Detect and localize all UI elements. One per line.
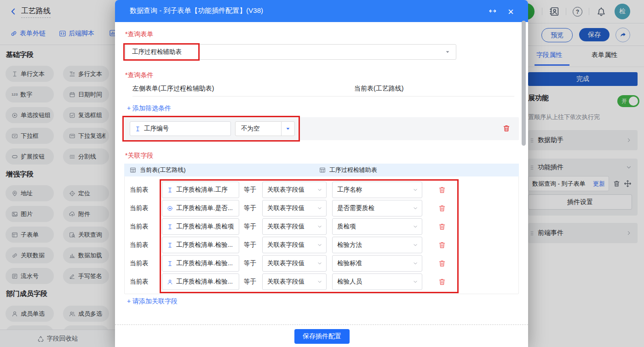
value-type-select[interactable]: 关联表字段值	[262, 200, 327, 216]
expand-width-icon[interactable]	[489, 7, 497, 15]
relation-source-field[interactable]: 工序质检清单.质检项	[162, 218, 239, 235]
target-field-select[interactable]: 检验标准	[332, 255, 422, 272]
relation-right-table: 工序过程检辅助表	[329, 166, 377, 174]
chevron-down-icon	[317, 279, 322, 284]
add-relation-link[interactable]: + 请添加关联字段	[127, 297, 178, 306]
target-field-value: 质检项	[337, 222, 356, 231]
chevron-down-icon	[413, 187, 418, 193]
row-delete-icon[interactable]	[438, 278, 446, 286]
i-cursor-icon	[167, 224, 173, 230]
person-icon	[167, 279, 173, 285]
chevron-down-icon	[413, 205, 418, 211]
chevron-down-icon	[317, 187, 322, 193]
target-field-value: 工序名称	[337, 186, 362, 194]
row-delete-icon[interactable]	[438, 241, 446, 249]
row-prefix: 当前表	[130, 259, 149, 267]
caret-down-icon	[445, 49, 450, 55]
relation-left-table: 当前表(工艺路线)	[140, 166, 186, 174]
equals-label: 等于	[244, 241, 256, 249]
modal-title: 数据查询 - 到子表单【功能插件配置】(V38)	[130, 6, 263, 15]
chevron-down-icon	[413, 224, 418, 229]
source-field-value: 工序质检清单.检验...	[176, 241, 233, 249]
value-type: 关联表字段值	[267, 259, 305, 267]
row-delete-icon[interactable]	[438, 259, 446, 267]
target-field-select[interactable]: 质检项	[332, 218, 422, 235]
filter-operator-value: 不为空	[236, 125, 281, 133]
table-icon	[130, 167, 136, 173]
source-field-value: 工序质检清单.是否...	[176, 204, 233, 212]
caret-down-icon	[281, 122, 294, 136]
plugin-config-modal: 数据查询 - 到子表单【功能插件配置】(V38) × *查询表单 工序过程检辅助…	[115, 0, 528, 347]
row-delete-icon[interactable]	[438, 222, 446, 231]
query-condition-label: *查询条件	[125, 71, 153, 80]
i-cursor-icon	[167, 261, 173, 267]
modal-footer-divider	[115, 324, 528, 325]
value-type-select[interactable]: 关联表字段值	[262, 255, 327, 272]
i-cursor-icon	[167, 187, 173, 193]
row-prefix: 当前表	[130, 241, 149, 249]
relation-source-field[interactable]: 工序质检清单.是否...	[162, 200, 239, 216]
equals-label: 等于	[244, 259, 256, 267]
value-type: 关联表字段值	[267, 241, 305, 249]
row-prefix: 当前表	[130, 186, 149, 194]
query-form-select[interactable]: 工序过程检辅助表	[125, 44, 456, 60]
relation-source-field[interactable]: 工序质检清单.检验...	[162, 237, 239, 253]
relation-source-field[interactable]: 工序质检清单.检验...	[162, 255, 239, 272]
close-icon[interactable]: ×	[508, 7, 514, 17]
query-form-value: 工序过程检辅助表	[132, 48, 182, 56]
condition-divider	[132, 96, 514, 97]
row-prefix: 当前表	[130, 278, 149, 286]
target-field-value: 检验方法	[337, 241, 362, 249]
source-field-value: 工序质检清单.检验...	[176, 259, 233, 267]
chevron-down-icon	[413, 279, 418, 284]
save-plugin-config-button[interactable]: 保存插件配置	[294, 329, 350, 344]
chevron-down-icon	[317, 224, 322, 229]
row-delete-icon[interactable]	[438, 204, 446, 212]
value-type: 关联表字段值	[267, 278, 305, 286]
filter-field-input[interactable]: 工序编号	[130, 121, 231, 136]
condition-left-header: 左侧表单(工序过程检辅助表)	[132, 85, 214, 93]
equals-label: 等于	[244, 222, 256, 231]
value-type: 关联表字段值	[267, 222, 305, 231]
source-field-value: 工序质检清单.质检项	[176, 222, 234, 231]
source-field-value: 工序质检清单.检验...	[176, 278, 233, 286]
equals-label: 等于	[244, 278, 256, 286]
relation-source-field[interactable]: 工序质检清单.工序	[162, 182, 239, 198]
table-icon	[319, 167, 326, 173]
target-field-select[interactable]: 是否需要质检	[332, 200, 422, 216]
modal-header[interactable]: 数据查询 - 到子表单【功能插件配置】(V38) ×	[115, 0, 528, 22]
filter-field-value: 工序编号	[144, 125, 169, 133]
relation-source-field[interactable]: 工序质检清单.检验...	[162, 273, 239, 290]
target-field-value: 检验标准	[337, 259, 362, 267]
target-field-select[interactable]: 检验人员	[332, 273, 422, 290]
chevron-down-icon	[413, 261, 418, 266]
source-field-value: 工序质检清单.工序	[176, 186, 228, 194]
filter-operator-select[interactable]: 不为空	[235, 121, 295, 136]
value-type: 关联表字段值	[267, 204, 305, 212]
target-field-select[interactable]: 检验方法	[332, 237, 422, 253]
value-type-select[interactable]: 关联表字段值	[262, 182, 327, 198]
chevron-down-icon	[317, 261, 322, 266]
equals-label: 等于	[244, 186, 256, 194]
value-type-select[interactable]: 关联表字段值	[262, 237, 327, 253]
value-type: 关联表字段值	[267, 186, 305, 194]
filter-delete-icon[interactable]	[502, 124, 511, 132]
target-field-value: 是否需要质检	[337, 204, 374, 212]
modal-scrollbar[interactable]	[522, 21, 526, 146]
condition-right-header: 当前表(工艺路线)	[354, 85, 403, 93]
row-delete-icon[interactable]	[438, 186, 446, 194]
chevron-down-icon	[413, 242, 418, 248]
target-field-select[interactable]: 工序名称	[332, 182, 422, 198]
value-type-select[interactable]: 关联表字段值	[262, 218, 327, 235]
row-prefix: 当前表	[130, 204, 149, 212]
relation-fields-label: *关联字段	[125, 152, 153, 160]
relation-table-header: 当前表(工艺路线) 工序过程检辅助表	[124, 164, 519, 176]
row-prefix: 当前表	[130, 222, 149, 231]
add-filter-link[interactable]: + 添加筛选条件	[127, 104, 171, 113]
equals-label: 等于	[244, 204, 256, 212]
value-type-select[interactable]: 关联表字段值	[262, 273, 327, 290]
chevron-down-icon	[317, 205, 322, 211]
query-form-label: *查询表单	[125, 30, 153, 39]
target-field-value: 检验人员	[337, 278, 362, 286]
radio-icon	[167, 205, 173, 211]
